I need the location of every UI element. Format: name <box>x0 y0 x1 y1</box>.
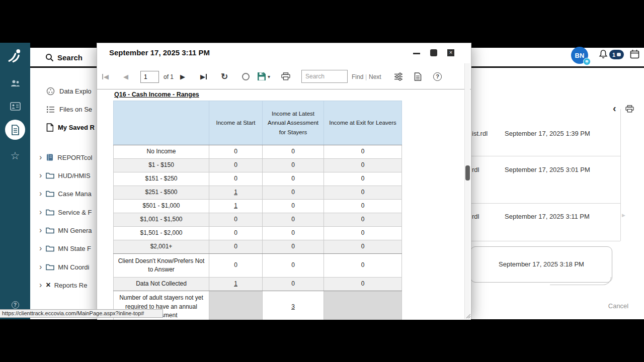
folder-icon <box>46 190 54 197</box>
triangle-right-icon: ▶ <box>200 73 205 80</box>
page-number-input[interactable] <box>140 71 159 83</box>
cell: 1 <box>209 200 263 213</box>
report-file-name: rdl <box>472 166 505 173</box>
row-label: $1 - $150 <box>114 159 209 172</box>
document-view-button[interactable] <box>414 63 422 89</box>
maximize-icon[interactable] <box>430 49 437 56</box>
vertical-scrollbar[interactable] <box>464 63 470 319</box>
cell: 0 <box>263 213 324 227</box>
tree-item-mn-general[interactable]: › MN Genera <box>39 221 92 239</box>
tree-item-service[interactable]: › Service & F <box>39 203 92 221</box>
drillthrough-link[interactable]: 1 <box>234 189 237 196</box>
cell: 0 <box>324 278 402 291</box>
drillthrough-link[interactable]: 1 <box>234 202 237 209</box>
expand-arrow-icon[interactable]: ▶ <box>622 213 625 218</box>
cell: 1 <box>209 186 263 200</box>
chevron-right-icon: › <box>39 172 42 179</box>
minimize-icon[interactable] <box>413 53 420 54</box>
folder-icon <box>46 227 54 234</box>
find-next-button[interactable]: Next <box>369 73 381 80</box>
chevron-right-icon: › <box>39 227 42 234</box>
tree-label: Reports Re <box>54 282 88 289</box>
sidebar-help-icon[interactable]: ? <box>0 301 30 309</box>
nav-item-data-explorer[interactable]: Data Explo <box>46 82 92 100</box>
report-viewer-modal: September 17, 2025 3:11 PM × ◀ ◀ of 1 ▶ … <box>97 43 471 319</box>
tree-item-reports-re[interactable]: › × Reports Re <box>39 276 87 294</box>
tree-item-reportcollection[interactable]: › REPORTcol <box>39 148 92 166</box>
cell: 0 <box>324 213 402 227</box>
previous-page-button[interactable]: ◀ <box>123 63 128 89</box>
refresh-button[interactable]: ↻ <box>221 63 228 89</box>
notification-count-badge[interactable]: 1 <box>609 50 624 59</box>
table-row: $1,001 - $1,500 0 0 0 <box>114 213 402 227</box>
calendar-icon[interactable] <box>630 49 639 59</box>
cell: 0 <box>263 227 324 240</box>
tree-item-hud-hmis[interactable]: › HUD/HMIS <box>39 166 91 185</box>
resize-grip[interactable] <box>465 313 470 318</box>
chevron-right-icon: › <box>39 154 42 161</box>
tree-item-case-management[interactable]: › Case Mana <box>39 185 92 203</box>
cell: 0 <box>324 172 402 186</box>
tree-label: Case Mana <box>58 190 91 198</box>
panel-print-icon[interactable] <box>625 105 634 113</box>
card-curve-decoration <box>550 277 611 285</box>
cell: 0 <box>324 254 402 278</box>
last-page-button[interactable]: ▶ <box>200 63 207 89</box>
cell: 0 <box>263 145 324 159</box>
notifications-bell-icon[interactable] <box>598 49 608 60</box>
print-button[interactable] <box>281 63 290 89</box>
find-button[interactable]: Find <box>352 73 363 80</box>
help-button[interactable]: ? <box>433 63 442 89</box>
clienttrack-logo[interactable] <box>0 48 30 63</box>
bar <box>102 74 103 79</box>
nav-item-my-saved-reports[interactable]: My Saved R <box>46 118 95 136</box>
drillthrough-link[interactable]: 1 <box>234 280 237 287</box>
tree-label: MN Coordi <box>58 263 89 271</box>
tree-label: REPORTcol <box>57 154 92 161</box>
report-list-item[interactable]: rdl September 17, 2025 3:01 PM <box>472 166 590 173</box>
contact-card-icon[interactable] <box>0 102 30 111</box>
modal-title: September 17, 2025 3:11 PM <box>109 48 210 57</box>
reports-icon-selected[interactable] <box>5 120 25 140</box>
clients-icon[interactable] <box>0 79 30 87</box>
favorites-star-icon[interactable]: ☆ <box>0 151 30 161</box>
modal-titlebar[interactable]: September 17, 2025 3:11 PM × <box>97 43 471 63</box>
first-page-button[interactable]: ◀ <box>102 63 109 89</box>
scrollbar-thumb[interactable] <box>465 165 470 180</box>
report-search-input[interactable] <box>301 70 348 83</box>
panel-back-chevron-icon[interactable]: ‹ <box>613 103 616 114</box>
cell: 0 <box>263 278 324 291</box>
document-icon <box>414 72 422 81</box>
next-page-button[interactable]: ▶ <box>180 63 185 89</box>
tree-item-mn-state[interactable]: › MN State F <box>39 239 91 257</box>
row-label: $501 - $1,000 <box>114 200 209 213</box>
folder-icon <box>46 209 54 216</box>
report-file-name: ist.rdl <box>472 130 505 137</box>
nav-item-files-on-server[interactable]: Files on Se <box>46 100 92 118</box>
cell: 0 <box>324 240 402 254</box>
tree-label: MN Genera <box>58 227 92 234</box>
x-icon: × <box>46 282 50 289</box>
column-header: Income at Start <box>209 101 263 145</box>
table-row: $151 - $250 0 0 0 <box>114 172 402 186</box>
browser-status-url: https://clienttrack.eccovia.com/MainPage… <box>0 309 163 318</box>
drillthrough-link[interactable]: 3 <box>291 303 295 310</box>
row-label: $151 - $250 <box>114 172 209 186</box>
close-icon[interactable]: × <box>447 49 454 56</box>
stop-button[interactable] <box>242 63 250 89</box>
parameters-button[interactable] <box>394 63 403 89</box>
global-search[interactable]: Search <box>45 50 83 65</box>
export-save-button[interactable]: ▾ <box>257 63 270 89</box>
report-list-item[interactable]: ist.rdl September 17, 2025 1:39 PM <box>472 130 590 137</box>
row-label: $251 - $500 <box>114 186 209 200</box>
message-icon <box>617 53 621 56</box>
cancel-button[interactable]: Cancel <box>602 299 635 313</box>
cell: 0 <box>324 186 402 200</box>
search-icon <box>45 53 54 62</box>
tree-item-mn-coordinated[interactable]: › MN Coordi <box>39 258 89 276</box>
report-list-item[interactable]: rdl September 17, 2025 3:11 PM <box>472 213 590 220</box>
row-label: $1,001 - $1,500 <box>114 213 209 227</box>
chevron-right-icon: › <box>39 282 42 289</box>
badge-count: 1 <box>612 52 615 58</box>
report-file-name: rdl <box>472 213 505 220</box>
